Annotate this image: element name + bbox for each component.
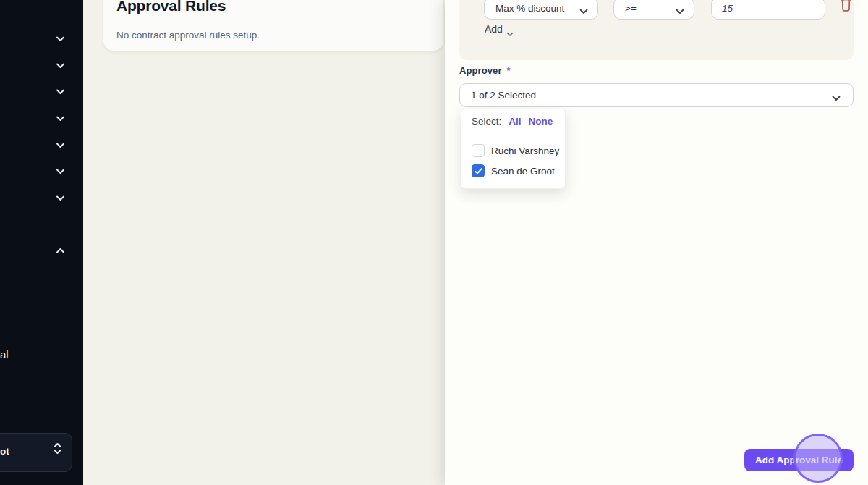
sidebar-nav-label-clipped: al — [0, 349, 9, 360]
checkbox-unchecked[interactable] — [472, 144, 485, 157]
empty-state-message: No contract approval rules setup. — [116, 30, 260, 41]
checkbox-checked[interactable] — [472, 164, 485, 177]
add-condition-label: Add — [485, 23, 503, 35]
user-switcher-label-clipped: ot — [0, 446, 9, 457]
approver-option-row[interactable]: Sean de Groot — [461, 161, 565, 181]
chevron-down-icon — [676, 6, 684, 12]
approver-field-label: Approver* — [459, 65, 511, 76]
chevron-up-icon[interactable] — [56, 246, 65, 256]
chevron-down-icon — [506, 28, 514, 33]
chevron-down-icon — [832, 93, 841, 98]
select-prefix-label: Select: — [472, 116, 501, 127]
approver-multiselect[interactable]: 1 of 2 Selected — [459, 83, 854, 107]
footer-divider — [445, 442, 868, 442]
chevron-down-icon[interactable] — [56, 61, 65, 70]
user-switcher-select[interactable]: ot — [0, 433, 72, 472]
chevron-down-icon[interactable] — [56, 140, 65, 150]
chevron-down-icon[interactable] — [56, 87, 65, 96]
required-asterisk: * — [507, 65, 511, 76]
chevron-down-icon[interactable] — [56, 114, 65, 123]
add-approval-rule-button[interactable]: Add Approval Rule — [744, 449, 854, 471]
condition-field-select[interactable]: Max % discount — [484, 0, 598, 20]
trash-icon — [839, 4, 853, 14]
select-all-link[interactable]: All — [509, 116, 521, 127]
approver-selected-summary: 1 of 2 Selected — [460, 90, 536, 101]
chevron-down-icon[interactable] — [56, 193, 65, 203]
condition-operator-select[interactable]: >= — [613, 0, 694, 20]
page-title: Approval Rules — [116, 0, 226, 15]
approver-label-text: Approver — [459, 65, 502, 76]
approver-option-label: Sean de Groot — [491, 166, 555, 177]
condition-field-value: Max % discount — [485, 3, 564, 14]
rule-condition-group: Max % discount >= Add — [459, 0, 854, 60]
add-condition-dropdown[interactable]: Add — [485, 23, 514, 35]
chevron-down-icon[interactable] — [56, 34, 65, 43]
approver-option-row[interactable]: Ruchi Varshney — [461, 140, 565, 161]
up-down-stepper-icon — [53, 442, 62, 455]
chevron-down-icon — [579, 6, 588, 12]
select-none-link[interactable]: None — [529, 116, 553, 127]
approval-rules-card: Approval Rules No contract approval rule… — [103, 0, 443, 51]
sidebar: al ot — [0, 0, 83, 485]
approver-option-label: Ruchi Varshney — [491, 146, 559, 156]
condition-value-input[interactable] — [711, 0, 825, 20]
approver-dropdown-popup: Select: All None Ruchi Varshney Sean de … — [461, 109, 566, 189]
condition-operator-value: >= — [614, 3, 637, 14]
chevron-down-icon[interactable] — [56, 166, 65, 176]
delete-condition-button[interactable] — [838, 0, 854, 14]
sidebar-divider — [0, 423, 83, 423]
bulk-select-row: Select: All None — [472, 116, 553, 127]
add-approval-rule-drawer: Max % discount >= Add — [445, 0, 868, 485]
